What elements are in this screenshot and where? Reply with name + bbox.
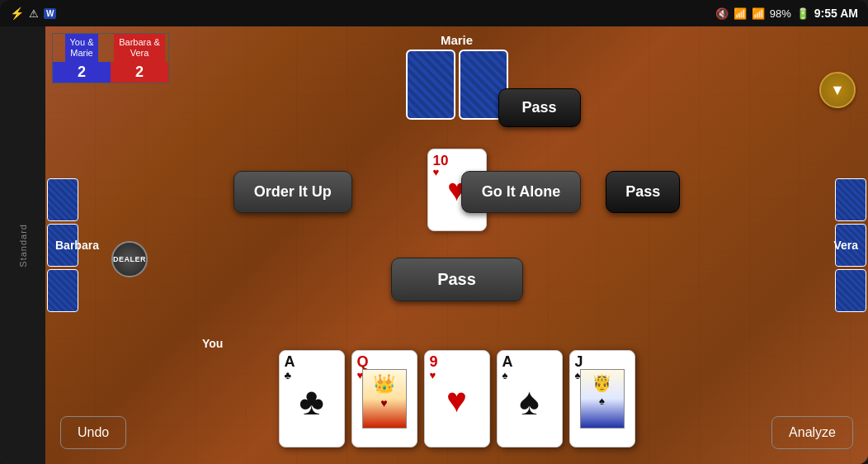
status-right: 🔇 📶 📶 98% 🔋 9:55 AM: [715, 7, 858, 20]
game-area: You & Marie 2 Barbara & Vera 2 ▼ Marie P…: [45, 26, 868, 464]
warning-icon: ⚠: [29, 7, 39, 20]
marie-pass-button[interactable]: Pass: [498, 88, 580, 127]
jack-face: 🤴 ♠: [580, 369, 625, 428]
action-buttons-row: Order It Up Go It Alone Pass: [45, 171, 868, 213]
player-barbara-label: Barbara: [55, 239, 99, 252]
phone-frame: ⚡ ⚠ W 🔇 📶 📶 98% 🔋 9:55 AM Standard You &…: [0, 0, 868, 464]
team2-score: Barbara & Vera 2: [111, 34, 168, 83]
right-card-3: [835, 269, 866, 312]
top-cards: [406, 50, 508, 120]
team1-value: 2: [53, 62, 111, 83]
hand-card-queen-hearts[interactable]: Q ♥ 👑 ♥: [351, 350, 417, 447]
order-it-up-button[interactable]: Order It Up: [234, 171, 352, 213]
clock: 9:55 AM: [814, 7, 858, 20]
wifi-icon: 📶: [734, 7, 747, 20]
analyze-button[interactable]: Analyze: [771, 416, 853, 449]
card-back-1: [406, 50, 455, 120]
team2-name: Barbara & Vera: [114, 34, 165, 62]
dealer-badge: DEALER: [111, 241, 148, 277]
marie-pass-area: Pass: [498, 88, 580, 127]
pass-center-area: Pass: [391, 258, 523, 301]
status-left: ⚡ ⚠ W: [10, 7, 56, 20]
queen-face: 👑 ♥: [362, 369, 407, 428]
hand-card-jack-spades[interactable]: J ♠ 🤴 ♠: [569, 350, 635, 447]
hand-cards: A ♣ ♣ Q ♥ 👑 ♥ 9 ♥ ♥ A ♠: [279, 350, 635, 447]
mute-icon: 🔇: [715, 7, 729, 20]
team1-name: You & Marie: [65, 34, 99, 62]
scoreboard: You & Marie 2 Barbara & Vera 2: [52, 33, 169, 83]
player-you-label: You: [202, 337, 223, 350]
team2-value: 2: [111, 62, 168, 83]
hand-card-ace-clubs[interactable]: A ♣ ♣: [279, 350, 345, 447]
chevron-down-icon: ▼: [830, 82, 845, 99]
hand-card-ace-spades[interactable]: A ♠ ♠: [497, 350, 563, 447]
left-card-3: [47, 269, 78, 312]
left-panel: Standard: [0, 26, 45, 464]
team1-score: You & Marie 2: [53, 34, 111, 83]
settings-button[interactable]: ▼: [819, 72, 856, 108]
word-icon: W: [44, 8, 56, 19]
dealer-label: DEALER: [113, 255, 146, 263]
player-marie-label: Marie: [441, 33, 473, 47]
undo-button[interactable]: Undo: [60, 416, 126, 449]
go-it-alone-button[interactable]: Go It Alone: [461, 171, 581, 213]
standard-label: Standard: [18, 224, 28, 268]
pass-center-button[interactable]: Pass: [391, 258, 523, 301]
usb-icon: ⚡: [10, 7, 24, 20]
status-bar: ⚡ ⚠ W 🔇 📶 📶 98% 🔋 9:55 AM: [0, 0, 868, 26]
pass-right-button[interactable]: Pass: [606, 171, 680, 213]
battery-icon: 🔋: [796, 7, 809, 20]
battery-percent: 98%: [770, 7, 791, 20]
player-vera-label: Vera: [833, 239, 858, 252]
signal-icon: 📶: [752, 7, 765, 20]
hand-card-9-hearts[interactable]: 9 ♥ ♥: [424, 350, 490, 447]
